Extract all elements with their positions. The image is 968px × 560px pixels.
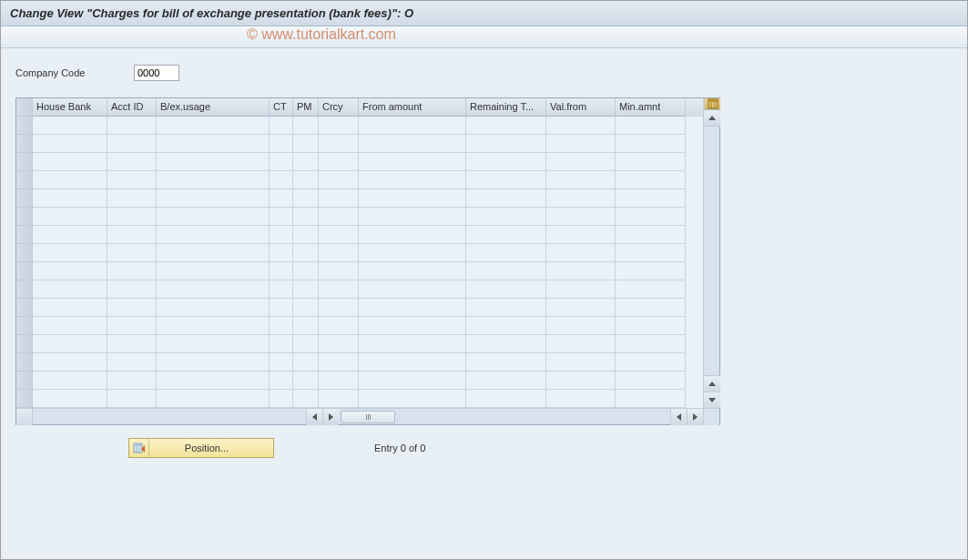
data-cell[interactable] xyxy=(466,335,546,353)
data-cell[interactable] xyxy=(466,372,546,390)
data-cell[interactable] xyxy=(359,299,466,317)
data-cell[interactable] xyxy=(616,153,686,171)
data-cell[interactable] xyxy=(293,244,319,262)
data-cell[interactable] xyxy=(616,117,686,135)
data-cell[interactable] xyxy=(546,244,616,262)
row-selector[interactable] xyxy=(16,280,33,299)
data-cell[interactable] xyxy=(157,244,270,262)
data-cell[interactable] xyxy=(157,262,270,280)
data-cell[interactable] xyxy=(319,208,359,226)
data-cell[interactable] xyxy=(107,117,157,135)
data-cell[interactable] xyxy=(157,280,270,299)
row-selector[interactable] xyxy=(16,390,33,408)
data-cell[interactable] xyxy=(107,372,157,390)
data-cell[interactable] xyxy=(546,390,616,408)
data-cell[interactable] xyxy=(319,135,359,153)
data-cell[interactable] xyxy=(319,262,359,280)
data-cell[interactable] xyxy=(466,153,546,171)
data-cell[interactable] xyxy=(107,208,157,226)
scroll-right-button-2[interactable] xyxy=(687,409,703,425)
data-cell[interactable] xyxy=(546,171,616,189)
data-cell[interactable] xyxy=(616,280,686,299)
data-cell[interactable] xyxy=(319,280,359,299)
data-cell[interactable] xyxy=(616,189,686,208)
data-cell[interactable] xyxy=(359,372,466,390)
data-cell[interactable] xyxy=(616,299,686,317)
data-cell[interactable] xyxy=(546,262,616,280)
column-header[interactable]: Min.amnt xyxy=(616,98,686,117)
data-cell[interactable] xyxy=(157,353,270,372)
scroll-right-button[interactable] xyxy=(322,409,339,425)
scroll-up-button-2[interactable] xyxy=(704,375,720,392)
row-selector[interactable] xyxy=(16,117,33,135)
data-cell[interactable] xyxy=(107,390,157,408)
data-cell[interactable] xyxy=(33,226,107,244)
data-cell[interactable] xyxy=(319,226,359,244)
data-cell[interactable] xyxy=(157,372,270,390)
data-cell[interactable] xyxy=(359,390,466,408)
data-cell[interactable] xyxy=(359,226,466,244)
data-cell[interactable] xyxy=(157,208,270,226)
row-selector[interactable] xyxy=(16,171,33,189)
data-cell[interactable] xyxy=(293,390,319,408)
data-cell[interactable] xyxy=(270,353,293,372)
data-cell[interactable] xyxy=(319,390,359,408)
row-selector[interactable] xyxy=(16,317,33,335)
data-cell[interactable] xyxy=(616,372,686,390)
data-cell[interactable] xyxy=(616,353,686,372)
data-cell[interactable] xyxy=(33,299,107,317)
data-cell[interactable] xyxy=(466,262,546,280)
data-cell[interactable] xyxy=(107,189,157,208)
data-cell[interactable] xyxy=(293,353,319,372)
row-selector[interactable] xyxy=(16,335,33,353)
data-cell[interactable] xyxy=(33,244,107,262)
data-cell[interactable] xyxy=(107,226,157,244)
data-cell[interactable] xyxy=(466,317,546,335)
data-cell[interactable] xyxy=(33,372,107,390)
data-cell[interactable] xyxy=(319,335,359,353)
data-cell[interactable] xyxy=(293,171,319,189)
data-cell[interactable] xyxy=(359,208,466,226)
data-cell[interactable] xyxy=(466,117,546,135)
data-cell[interactable] xyxy=(270,262,293,280)
data-cell[interactable] xyxy=(466,189,546,208)
data-cell[interactable] xyxy=(466,208,546,226)
data-cell[interactable] xyxy=(157,226,270,244)
data-cell[interactable] xyxy=(359,335,466,353)
data-cell[interactable] xyxy=(546,208,616,226)
data-cell[interactable] xyxy=(33,280,107,299)
data-cell[interactable] xyxy=(319,299,359,317)
data-cell[interactable] xyxy=(33,262,107,280)
data-cell[interactable] xyxy=(293,117,319,135)
data-cell[interactable] xyxy=(270,117,293,135)
data-cell[interactable] xyxy=(157,117,270,135)
scroll-left-button[interactable] xyxy=(306,409,322,425)
data-cell[interactable] xyxy=(270,244,293,262)
data-cell[interactable] xyxy=(33,117,107,135)
row-selector[interactable] xyxy=(16,262,33,280)
data-cell[interactable] xyxy=(466,390,546,408)
data-cell[interactable] xyxy=(270,280,293,299)
data-cell[interactable] xyxy=(293,208,319,226)
data-cell[interactable] xyxy=(616,171,686,189)
data-cell[interactable] xyxy=(33,189,107,208)
data-cell[interactable] xyxy=(107,135,157,153)
data-cell[interactable] xyxy=(33,135,107,153)
data-cell[interactable] xyxy=(359,353,466,372)
data-cell[interactable] xyxy=(33,390,107,408)
row-selector[interactable] xyxy=(16,189,33,208)
data-cell[interactable] xyxy=(546,280,616,299)
data-cell[interactable] xyxy=(359,117,466,135)
scroll-left-button-2[interactable] xyxy=(670,409,687,425)
data-cell[interactable] xyxy=(466,171,546,189)
data-cell[interactable] xyxy=(293,226,319,244)
data-cell[interactable] xyxy=(466,135,546,153)
row-selector[interactable] xyxy=(16,372,33,390)
row-selector[interactable] xyxy=(16,299,33,317)
data-cell[interactable] xyxy=(359,317,466,335)
data-cell[interactable] xyxy=(466,299,546,317)
data-cell[interactable] xyxy=(616,335,686,353)
data-cell[interactable] xyxy=(319,372,359,390)
data-cell[interactable] xyxy=(157,153,270,171)
data-cell[interactable] xyxy=(107,335,157,353)
